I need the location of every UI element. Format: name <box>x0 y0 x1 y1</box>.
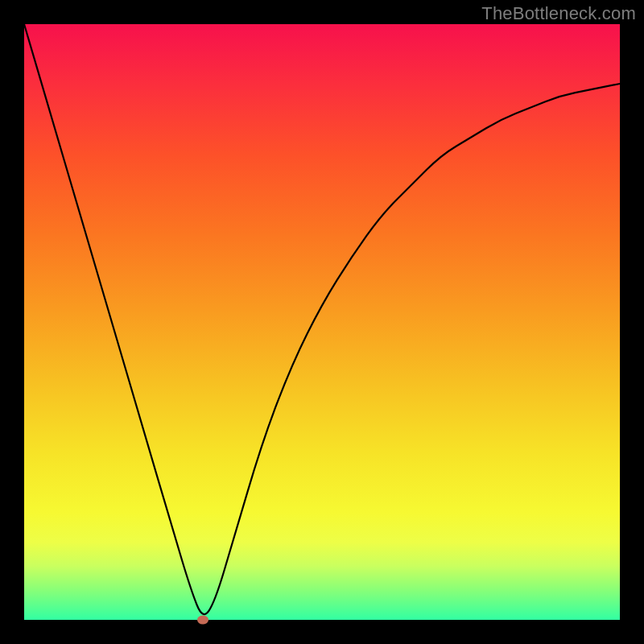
bottleneck-curve <box>24 24 620 614</box>
chart-frame: TheBottleneck.com <box>0 0 644 644</box>
optimal-point-marker <box>197 616 208 625</box>
watermark-text: TheBottleneck.com <box>481 3 636 24</box>
plot-area <box>24 24 620 620</box>
curve-svg <box>24 24 620 620</box>
